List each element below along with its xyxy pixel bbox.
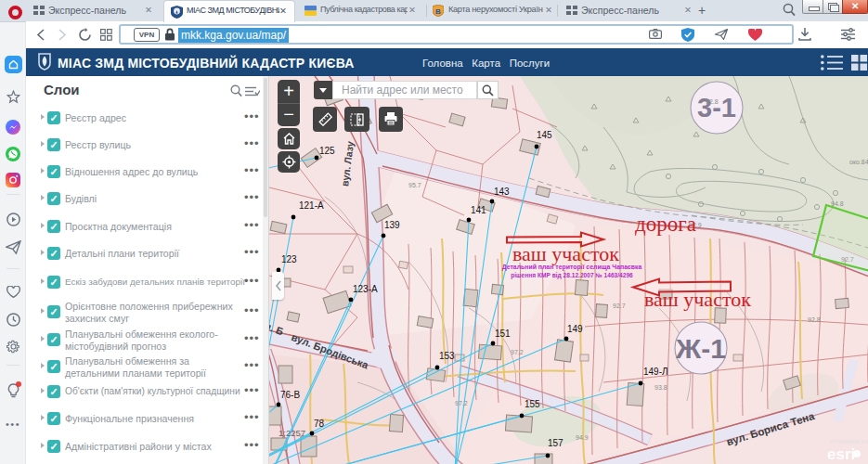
svg-text:123-А: 123-А [353,284,378,294]
svg-text:95.7: 95.7 [408,182,421,188]
svg-text:141: 141 [471,205,486,215]
svg-text:92.8: 92.8 [706,98,719,105]
svg-text:94.9: 94.9 [576,434,589,441]
svg-text:esri: esri [827,445,855,463]
svg-text:145: 145 [537,130,552,140]
svg-text:3-1: 3-1 [697,93,736,122]
svg-text:151: 151 [495,329,511,339]
svg-text:76-В: 76-В [280,390,300,400]
svg-text:POWERED BY: POWERED BY [830,439,868,445]
svg-text:155: 155 [525,399,540,409]
svg-text:97.2: 97.2 [455,400,468,406]
svg-text:97.2: 97.2 [511,349,524,355]
svg-text:рішення КМР від 28.12.2007 № 1: рішення КМР від 28.12.2007 № 1463/4296 [511,272,633,279]
svg-text:149: 149 [567,324,583,334]
svg-text:92.8: 92.8 [808,316,821,323]
svg-text:Ж-1: Ж-1 [675,333,726,364]
svg-text:139: 139 [384,220,400,230]
svg-text:121-А: 121-А [299,200,324,211]
svg-text:дорога: дорога [635,213,696,236]
svg-text:око.84: око.84 [849,159,868,165]
svg-text:157: 157 [548,438,564,448]
svg-text:94.8: 94.8 [831,200,844,207]
svg-text:ваш участок: ваш участок [644,288,751,311]
svg-text:1:2257: 1:2257 [279,428,305,438]
svg-text:78: 78 [314,419,325,429]
svg-text:93.8: 93.8 [654,384,667,391]
svg-text:92.7: 92.7 [613,303,626,309]
svg-text:ваш участок: ваш участок [512,242,619,265]
svg-text:B: B [435,7,441,16]
svg-text:149-Л: 149-Л [643,367,668,377]
svg-text:143: 143 [494,187,510,197]
svg-text:123: 123 [281,254,297,264]
svg-text:125: 125 [319,146,335,156]
svg-text:153: 153 [439,351,455,361]
